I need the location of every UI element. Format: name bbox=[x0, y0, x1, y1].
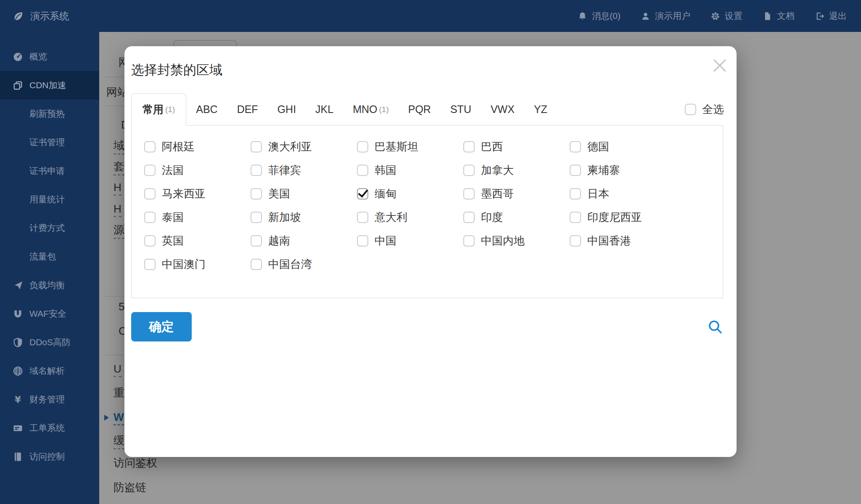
country-label: 印度尼西亚 bbox=[587, 210, 642, 225]
sidebar-item-traffic-pack[interactable]: 流量包 bbox=[0, 242, 99, 271]
tab-mno[interactable]: MNO(1) bbox=[343, 93, 399, 126]
sidebar-item-waf[interactable]: WAF安全 bbox=[0, 299, 99, 328]
select-all-label: 全选 bbox=[702, 102, 724, 117]
country-label: 美国 bbox=[268, 186, 290, 201]
country-item-23[interactable]: 中国内地 bbox=[463, 234, 570, 248]
country-label: 中国内地 bbox=[481, 234, 525, 248]
topbar-item-logout[interactable]: 退出 bbox=[815, 10, 847, 22]
country-panel: 阿根廷澳大利亚巴基斯坦巴西德国法国菲律宾韩国加拿大柬埔寨马来西亚美国缅甸墨西哥日… bbox=[131, 125, 723, 298]
tab-count: (1) bbox=[165, 105, 175, 114]
country-label: 阿根廷 bbox=[162, 139, 195, 154]
tab-label: MNO bbox=[353, 103, 377, 116]
country-label: 中国台湾 bbox=[268, 257, 312, 272]
topbar-item-label: 消息(0) bbox=[592, 10, 621, 22]
country-label: 英国 bbox=[162, 234, 184, 248]
close-icon[interactable] bbox=[710, 55, 730, 76]
country-item-24[interactable]: 中国香港 bbox=[570, 234, 676, 248]
tab-label: STU bbox=[450, 103, 471, 116]
checkbox bbox=[463, 212, 475, 223]
checkbox bbox=[570, 165, 581, 176]
country-item-2[interactable]: 巴基斯坦 bbox=[357, 139, 463, 154]
user-icon bbox=[641, 11, 650, 21]
tab-bar: 常用(1)ABCDEFGHIJKLMNO(1)PQRSTUVWXYZ 全选 bbox=[131, 93, 724, 126]
country-item-3[interactable]: 巴西 bbox=[463, 139, 570, 154]
country-item-25[interactable]: 中国澳门 bbox=[144, 257, 251, 272]
country-item-21[interactable]: 越南 bbox=[251, 234, 357, 248]
search-icon[interactable] bbox=[707, 319, 724, 336]
country-item-6[interactable]: 菲律宾 bbox=[251, 163, 357, 178]
tab-pqr[interactable]: PQR bbox=[399, 93, 441, 126]
topbar-item-settings[interactable]: 设置 bbox=[710, 10, 742, 22]
tab-stu[interactable]: STU bbox=[441, 93, 481, 126]
topbar-item-label: 退出 bbox=[829, 10, 847, 22]
brand[interactable]: 演示系统 bbox=[13, 10, 69, 23]
sidebar-item-billing-mode[interactable]: 计费方式 bbox=[0, 214, 99, 242]
confirm-button[interactable]: 确定 bbox=[131, 312, 192, 341]
country-item-12[interactable]: 缅甸 bbox=[357, 186, 463, 201]
sidebar-item-finance[interactable]: ¥财务管理 bbox=[0, 385, 99, 414]
topbar-menu: 消息(0)演示用户设置文档退出 bbox=[578, 10, 847, 22]
checkbox bbox=[251, 259, 262, 270]
modal-title: 选择封禁的区域 bbox=[131, 61, 222, 79]
sidebar-item-label: 访问控制 bbox=[29, 451, 65, 462]
tab-def[interactable]: DEF bbox=[227, 93, 268, 126]
sidebar-item-usage-stats[interactable]: 用量统计 bbox=[0, 185, 99, 214]
sidebar-item-cert-apply[interactable]: 证书申请 bbox=[0, 157, 99, 185]
country-item-0[interactable]: 阿根廷 bbox=[144, 139, 251, 154]
sidebar-item-dns[interactable]: 域名解析 bbox=[0, 357, 99, 385]
country-item-22[interactable]: 中国 bbox=[357, 234, 463, 248]
topbar-item-messages[interactable]: 消息(0) bbox=[578, 10, 621, 22]
country-item-10[interactable]: 马来西亚 bbox=[144, 186, 251, 201]
country-item-13[interactable]: 墨西哥 bbox=[463, 186, 570, 201]
country-item-16[interactable]: 新加坡 bbox=[251, 210, 357, 225]
country-item-7[interactable]: 韩国 bbox=[357, 163, 463, 178]
svg-text:¥: ¥ bbox=[15, 394, 21, 405]
checkbox bbox=[357, 235, 368, 247]
country-item-8[interactable]: 加拿大 bbox=[463, 163, 570, 178]
checkbox bbox=[685, 104, 696, 115]
country-item-19[interactable]: 印度尼西亚 bbox=[570, 210, 676, 225]
country-label: 德国 bbox=[587, 139, 609, 154]
select-all-checkbox[interactable]: 全选 bbox=[685, 102, 724, 117]
sidebar-item-tickets[interactable]: 工单系统 bbox=[0, 414, 99, 442]
country-item-4[interactable]: 德国 bbox=[570, 139, 676, 154]
checkbox bbox=[251, 212, 262, 223]
sidebar-item-load-balance[interactable]: 负载均衡 bbox=[0, 271, 99, 299]
tab-yz[interactable]: YZ bbox=[524, 93, 557, 126]
country-item-17[interactable]: 意大利 bbox=[357, 210, 463, 225]
sidebar-item-label: 计费方式 bbox=[29, 222, 65, 234]
sidebar-item-refresh-preheat[interactable]: 刷新预热 bbox=[0, 100, 99, 128]
tab-common[interactable]: 常用(1) bbox=[131, 93, 186, 126]
country-item-20[interactable]: 英国 bbox=[144, 234, 251, 248]
country-item-14[interactable]: 日本 bbox=[570, 186, 676, 201]
tab-jkl[interactable]: JKL bbox=[306, 93, 343, 126]
sidebar-item-cert-manage[interactable]: 证书管理 bbox=[0, 128, 99, 157]
country-item-9[interactable]: 柬埔寨 bbox=[570, 163, 676, 178]
sidebar-item-ddos[interactable]: DDoS高防 bbox=[0, 328, 99, 357]
brand-label: 演示系统 bbox=[30, 10, 69, 23]
country-label: 日本 bbox=[587, 186, 609, 201]
sidebar-item-label: 证书管理 bbox=[29, 136, 65, 148]
tab-abc[interactable]: ABC bbox=[186, 93, 227, 126]
country-label: 中国 bbox=[375, 234, 396, 248]
shield-icon bbox=[12, 337, 24, 348]
country-item-15[interactable]: 泰国 bbox=[144, 210, 251, 225]
country-item-5[interactable]: 法国 bbox=[144, 163, 251, 178]
sidebar-item-label: DDoS高防 bbox=[29, 336, 71, 348]
country-item-11[interactable]: 美国 bbox=[251, 186, 357, 201]
tab-ghi[interactable]: GHI bbox=[268, 93, 306, 126]
checkbox bbox=[463, 141, 475, 152]
topbar-item-label: 文档 bbox=[777, 10, 795, 22]
topbar-item-docs[interactable]: 文档 bbox=[763, 10, 795, 22]
gear-icon bbox=[710, 11, 720, 21]
country-item-26[interactable]: 中国台湾 bbox=[251, 257, 357, 272]
sidebar-item-access-control[interactable]: 访问控制 bbox=[0, 442, 99, 471]
topbar-item-user[interactable]: 演示用户 bbox=[641, 10, 690, 22]
checkbox bbox=[357, 141, 368, 152]
country-item-18[interactable]: 印度 bbox=[463, 210, 570, 225]
country-label: 柬埔寨 bbox=[587, 163, 620, 178]
sidebar-item-cdn[interactable]: CDN加速 bbox=[0, 71, 99, 100]
tab-vwx[interactable]: VWX bbox=[481, 93, 524, 126]
country-item-1[interactable]: 澳大利亚 bbox=[251, 139, 357, 154]
sidebar-item-overview[interactable]: 概览 bbox=[0, 42, 99, 71]
